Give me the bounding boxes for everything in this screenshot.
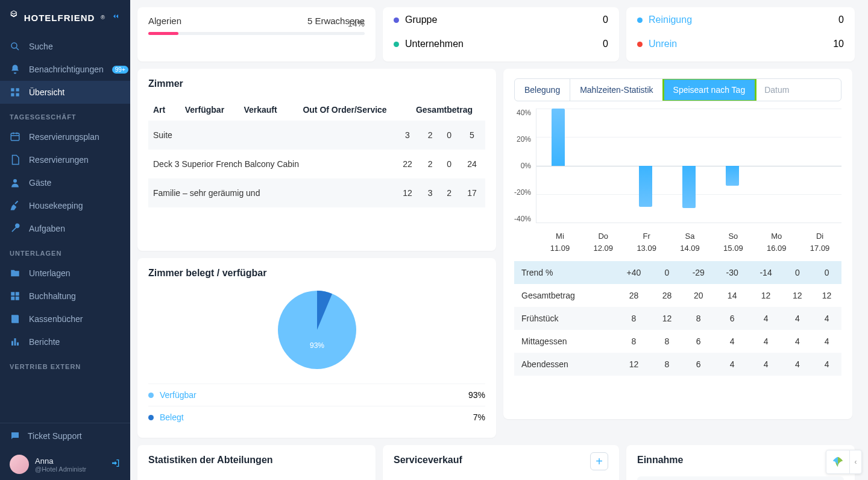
pie-title: Zimmer belegt / verfügbar [148,268,485,279]
unternehmen-value: 0 [603,39,608,49]
sidebar-item-aufgaben[interactable]: Aufgaben [0,217,130,240]
svg-text:93%: 93% [309,341,324,350]
pie-chart: 93% [278,291,356,369]
table-row: Deck 3 Superior French Balcony Cabin2220… [148,150,485,178]
sidebar: HOTELFRIEND ® Suche Benachrichtigungen 9… [0,0,130,480]
dot-icon [394,17,399,23]
table-row: Suite3205 [148,121,485,150]
leaf-icon [826,450,849,473]
sidebar-section-documents: UNTERLAGEN [0,240,130,262]
folder-icon [10,268,20,279]
sidebar-section-daily: TAGESGESCHÄFT [0,104,130,125]
collapse-sidebar-icon[interactable] [111,11,121,24]
svg-point-0 [11,43,17,48]
service-sales-card: Serviceverkauf + Verkaufte Leistung 2 Ge… [383,445,619,480]
sidebar-label: Unterlagen [29,268,71,278]
reinigung-link[interactable]: Reinigung [649,14,692,25]
table-row: Mittagessen8864444 [514,330,841,353]
table-row: Abendessen12864444 [514,353,841,376]
person-icon [10,177,20,188]
svg-rect-5 [11,133,19,141]
sidebar-item-reservierungen[interactable]: Reservierungen [0,148,130,171]
dot-icon [637,17,643,23]
countries-card: Algerien 5 Erwachsene 14% [137,7,376,62]
calendar-icon [10,131,20,142]
tab-belegung[interactable]: Belegung [515,79,570,101]
sidebar-item-gaeste[interactable]: Gäste [0,171,130,194]
dot-icon [148,415,154,420]
wrench-icon [10,223,20,234]
svg-rect-8 [16,292,19,295]
tab-mahlzeiten-statistik[interactable]: Mahlzeiten-Statistik [570,79,663,101]
rooms-title: Zimmer [148,78,485,89]
sidebar-item-housekeeping[interactable]: Housekeeping [0,194,130,217]
table-row: Gesamtbetrag28282014121212 [514,284,841,307]
table-row: Familie – sehr geräumig und123217 [148,178,485,207]
country-name: Algerien [148,16,181,26]
sidebar-menu: Suche Benachrichtigungen 99+ Übersicht T… [0,35,130,423]
avatar [10,455,29,474]
svg-rect-1 [11,88,14,91]
table-row: Frühstück81286444 [514,307,841,330]
unrein-value: 10 [833,39,844,49]
svg-point-6 [13,179,17,183]
svg-rect-2 [16,88,19,91]
sidebar-item-notifications[interactable]: Benachrichtigungen 99+ [0,58,130,81]
sidebar-item-unterlagen[interactable]: Unterlagen [0,262,130,285]
housekeeping-status-card: Reinigung 0 Unrein 10 [626,7,855,62]
revenue-card: Einnahme Gestern 12,01 € RevPar [626,445,855,480]
dot-icon [394,42,399,47]
tab-speiseart-nach-tag[interactable]: Speiseart nach Tag [664,79,756,101]
sidebar-item-reservierungsplan[interactable]: Reservierungsplan [0,125,130,148]
dot-icon [148,393,154,398]
add-service-button[interactable]: + [590,452,608,470]
sidebar-label: Aufgaben [29,224,65,233]
sidebar-label: Kassenbücher [29,314,83,324]
sidebar-label: Übersicht [29,87,64,97]
logout-icon[interactable] [111,458,121,470]
chevron-left-icon[interactable]: ‹ [849,450,861,473]
sidebar-item-ticket-support[interactable]: Ticket Support [0,423,130,449]
meals-chart-card: Belegung Mahlzeiten-Statistik Speiseart … [503,69,852,419]
svg-rect-4 [16,93,19,96]
sidebar-item-buchhaltung[interactable]: Buchhaltung [0,285,130,308]
country-percentage: 14% [348,19,365,28]
sidebar-label: Reservierungsplan [29,132,99,142]
gruppe-value: 0 [603,14,608,25]
svg-rect-7 [11,292,14,295]
trend-bar-chart: 40%20%0%-20%-40% [514,109,841,223]
svg-rect-9 [11,297,14,300]
date-input[interactable]: Datum [755,79,841,101]
rooms-card: Zimmer Art Verfügbar Verkauft Out Of Ord… [137,69,496,251]
dashboard-icon [10,87,20,98]
unrein-link[interactable]: Unrein [649,39,677,49]
sidebar-label: Suche [29,42,53,51]
bar [726,166,739,186]
support-widget[interactable]: ‹ [826,450,862,474]
main-content: Algerien 5 Erwachsene 14% Gruppe 0 Unter… [130,0,868,480]
reinigung-value: 0 [838,14,844,25]
sidebar-item-overview[interactable]: Übersicht [0,81,130,104]
sidebar-item-kassenbuecher[interactable]: Kassenbücher [0,308,130,330]
sidebar-section-sales: VERTRIEB EXTERN [0,353,130,375]
book-icon [10,314,20,324]
chart-tabs: Belegung Mahlzeiten-Statistik Speiseart … [514,78,841,101]
notification-badge: 99+ [112,66,128,74]
occupied-pct: 7% [473,412,485,422]
bar [682,166,696,209]
sidebar-label: Buchhaltung [29,291,76,301]
chart-icon [10,336,20,347]
bar [552,109,565,166]
logo-icon [10,10,18,25]
sidebar-label: Benachrichtigungen [29,65,104,74]
sidebar-item-search[interactable]: Suche [0,35,130,58]
sidebar-item-berichte[interactable]: Berichte [0,330,130,353]
svg-rect-10 [16,297,19,300]
guests-card: Gruppe 0 Unternehmen 0 [383,7,619,62]
accounting-icon [10,291,20,302]
sidebar-footer: Ticket Support Anna @Hotel Administr [0,423,130,480]
sidebar-label: Reservierungen [29,155,89,165]
user-profile[interactable]: Anna @Hotel Administr [0,449,130,480]
service-title: Serviceverkauf [394,455,462,465]
user-role: @Hotel Administr [35,466,86,473]
